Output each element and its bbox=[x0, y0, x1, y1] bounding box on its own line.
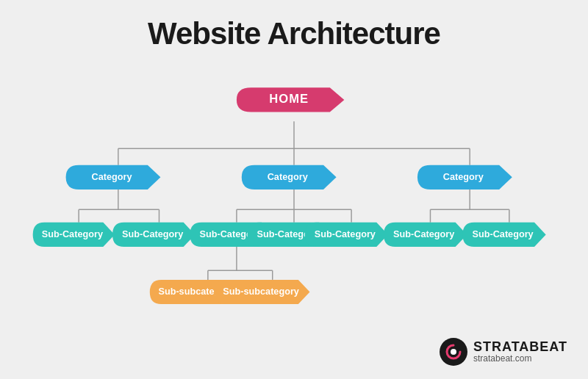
subsubcategory-node-1: Sub-subcategory bbox=[215, 280, 310, 304]
page-title: Website Architecture bbox=[0, 0, 588, 51]
stratabeat-logo-icon bbox=[440, 338, 467, 366]
svg-text:Category: Category bbox=[443, 172, 484, 182]
svg-text:Sub-Category: Sub-Category bbox=[472, 229, 533, 239]
logo-name: STRATABEAT bbox=[473, 340, 567, 355]
logo-area: STRATABEAT stratabeat.com bbox=[440, 338, 567, 366]
svg-text:Sub-Category: Sub-Category bbox=[42, 229, 103, 239]
svg-text:Sub-Category: Sub-Category bbox=[122, 229, 183, 239]
home-node: HOME bbox=[237, 87, 344, 112]
svg-text:Sub-subcategory: Sub-subcategory bbox=[223, 286, 299, 297]
svg-text:Sub-Category: Sub-Category bbox=[315, 229, 376, 239]
subcategory-node-0: Sub-Category bbox=[33, 223, 115, 247]
home-label: HOME bbox=[269, 92, 309, 106]
subcategory-node-4: Sub-Category bbox=[305, 223, 388, 247]
subcategory-node-5: Sub-Category bbox=[384, 223, 467, 247]
logo-text: STRATABEAT stratabeat.com bbox=[473, 340, 567, 364]
architecture-diagram: HOME Category Category Category Sub-Cate… bbox=[0, 66, 588, 367]
category-node-1: Category bbox=[242, 165, 337, 190]
page: Website Architecture bbox=[0, 0, 588, 379]
logo-url: stratabeat.com bbox=[473, 354, 567, 364]
svg-text:Category: Category bbox=[92, 172, 132, 182]
subcategory-node-1: Sub-Category bbox=[112, 223, 195, 247]
subcategory-node-6: Sub-Category bbox=[462, 223, 545, 247]
category-node-2: Category bbox=[417, 165, 512, 190]
svg-text:Category: Category bbox=[268, 172, 308, 182]
category-node-0: Category bbox=[66, 165, 161, 190]
svg-text:Sub-Category: Sub-Category bbox=[393, 229, 454, 239]
svg-point-35 bbox=[451, 349, 456, 355]
